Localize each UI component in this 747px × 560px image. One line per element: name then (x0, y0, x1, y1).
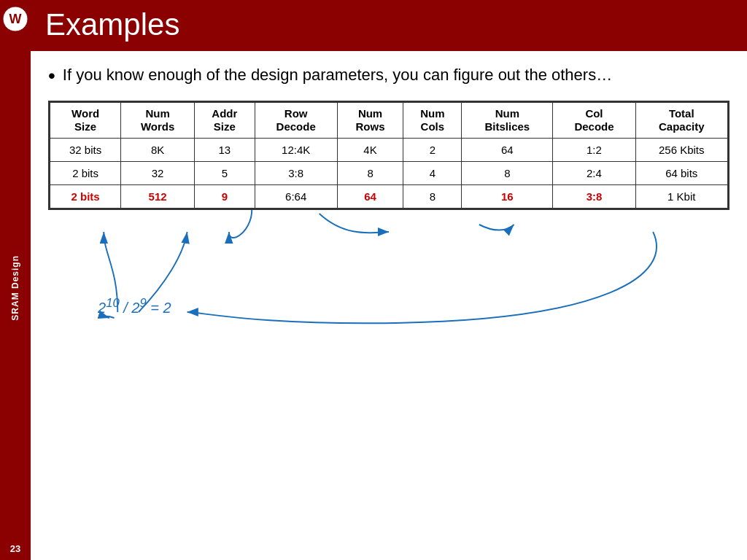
cell-col-decode-1: 1:2 (553, 139, 635, 162)
cell-row-decode-3: 6:64 (255, 185, 337, 209)
cell-num-bitslices-2: 8 (462, 162, 553, 185)
bullet-section: • If you know enough of the design param… (48, 64, 729, 86)
annotation-area: 210 / 29 = 2 (48, 210, 729, 327)
col-num-words: NumWords (121, 103, 195, 139)
table-row-highlighted: 2 bits 512 9 6:64 64 8 16 3:8 1 Kbit (50, 185, 728, 209)
slide-content: • If you know enough of the design param… (31, 51, 747, 560)
slide-title: Examples (45, 7, 732, 42)
bullet-dot: • (48, 66, 55, 86)
data-table: WordSize NumWords AddrSize RowDecode Num… (50, 102, 728, 209)
cell-addr-size-3: 9 (195, 185, 255, 209)
cell-num-rows-2: 8 (337, 162, 403, 185)
table-row: 2 bits 32 5 3:8 8 4 8 2:4 64 bits (50, 162, 728, 185)
svg-text:W: W (9, 12, 22, 26)
cell-col-decode-2: 2:4 (553, 162, 635, 185)
main-content: Examples • If you know enough of the des… (31, 0, 747, 560)
cell-col-decode-3: 3:8 (553, 185, 635, 209)
cell-num-bitslices-1: 64 (462, 139, 553, 162)
data-table-wrapper: WordSize NumWords AddrSize RowDecode Num… (48, 101, 729, 210)
cell-addr-size-2: 5 (195, 162, 255, 185)
table-row: 32 bits 8K 13 12:4K 4K 2 64 1:2 256 Kbit… (50, 139, 728, 162)
col-num-cols: NumCols (403, 103, 462, 139)
col-word-size: WordSize (50, 103, 121, 139)
formula-text: 210 / 29 = 2 (98, 296, 171, 316)
cell-row-decode-1: 12:4K (255, 139, 337, 162)
cell-num-bitslices-3: 16 (462, 185, 553, 209)
cell-word-size-2: 2 bits (50, 162, 121, 185)
col-total-capacity: TotalCapacity (635, 103, 727, 139)
sidebar-label: SRAM Design (10, 255, 20, 321)
sidebar: W SRAM Design 23 (0, 0, 31, 560)
col-num-bitslices: NumBitslices (462, 103, 553, 139)
cell-num-words-2: 32 (121, 162, 195, 185)
col-num-rows: NumRows (337, 103, 403, 139)
cell-num-words-1: 8K (121, 139, 195, 162)
cell-num-rows-1: 4K (337, 139, 403, 162)
cell-total-capacity-1: 256 Kbits (635, 139, 727, 162)
bullet-item: • If you know enough of the design param… (48, 64, 729, 86)
uw-logo: W (2, 6, 28, 32)
cell-word-size-3: 2 bits (50, 185, 121, 209)
cell-num-rows-3: 64 (337, 185, 403, 209)
cell-row-decode-2: 3:8 (255, 162, 337, 185)
table-header-row: WordSize NumWords AddrSize RowDecode Num… (50, 103, 728, 139)
col-addr-size: AddrSize (195, 103, 255, 139)
cell-num-words-3: 512 (121, 185, 195, 209)
cell-total-capacity-3: 1 Kbit (635, 185, 727, 209)
slide-header: Examples (31, 0, 747, 51)
col-decode: ColDecode (553, 103, 635, 139)
cell-num-cols-3: 8 (403, 185, 462, 209)
col-row-decode: RowDecode (255, 103, 337, 139)
bullet-text: If you know enough of the design paramet… (63, 64, 612, 86)
cell-num-cols-1: 2 (403, 139, 462, 162)
page-number: 23 (10, 543, 20, 554)
cell-num-cols-2: 4 (403, 162, 462, 185)
cell-total-capacity-2: 64 bits (635, 162, 727, 185)
cell-addr-size-1: 13 (195, 139, 255, 162)
cell-word-size-1: 32 bits (50, 139, 121, 162)
